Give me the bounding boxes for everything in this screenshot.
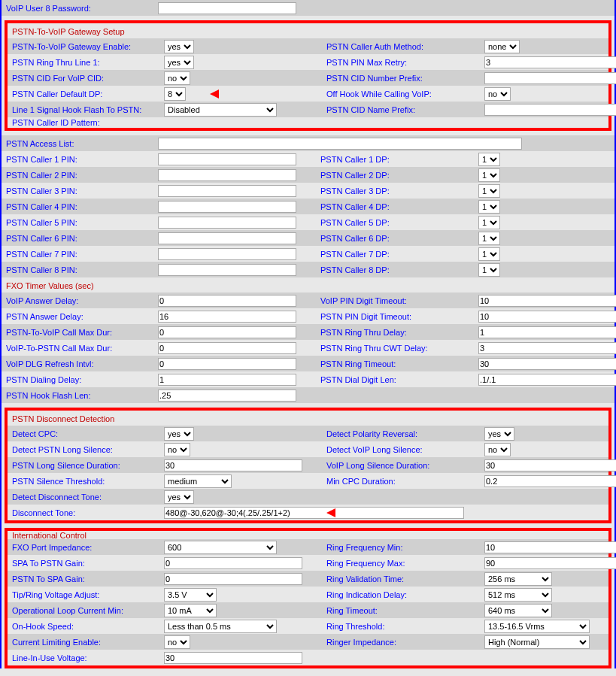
fxo-input[interactable] bbox=[158, 295, 296, 307]
detect-pstn-long-silence-select[interactable]: no bbox=[164, 443, 190, 456]
fxo-input[interactable] bbox=[478, 295, 616, 307]
disconnect-tone-input[interactable] bbox=[164, 507, 464, 519]
caller-pin-label: PSTN Caller 5 PIN: bbox=[2, 218, 158, 227]
cid-for-voip-label: PSTN CID For VoIP CID: bbox=[8, 74, 164, 83]
fxo-label: PSTN Ring Timeout: bbox=[316, 359, 478, 368]
pstn-to-spa-gain-label: PSTN To SPA Gain: bbox=[8, 574, 164, 584]
caller-dp-select[interactable]: 1 bbox=[478, 168, 500, 182]
detect-cpc-select[interactable]: yes bbox=[164, 427, 194, 441]
pstn-to-spa-gain-input[interactable] bbox=[164, 573, 302, 585]
min-cpc-dur-label: Min CPC Duration: bbox=[322, 477, 484, 486]
cid-number-prefix-input[interactable] bbox=[484, 72, 616, 84]
caller-auth-method-select[interactable]: none bbox=[484, 40, 520, 53]
voip-long-silence-dur-input[interactable] bbox=[484, 459, 616, 471]
fxo-input[interactable] bbox=[158, 358, 296, 370]
gateway-enable-select[interactable]: yes bbox=[164, 40, 194, 53]
fxo-input[interactable] bbox=[158, 326, 296, 338]
fxo-input[interactable] bbox=[478, 358, 616, 370]
fxo-input[interactable] bbox=[478, 374, 616, 386]
caller-id-pattern-label: PSTN Caller ID Pattern: bbox=[8, 118, 164, 127]
voip-user8-pw-input[interactable] bbox=[158, 2, 296, 14]
cid-for-voip-select[interactable]: no bbox=[164, 71, 190, 85]
caller-dp-select[interactable]: 1 bbox=[478, 200, 500, 214]
detect-voip-long-silence-select[interactable]: no bbox=[484, 443, 511, 456]
fxo-port-impedance-label: FXO Port Impedance: bbox=[8, 543, 164, 552]
detect-cpc-label: Detect CPC: bbox=[8, 429, 164, 438]
fxo-input[interactable] bbox=[478, 342, 616, 354]
cid-name-prefix-input[interactable] bbox=[484, 104, 616, 116]
caller-dp-select[interactable]: 1 bbox=[478, 247, 500, 261]
line1-signal-hook-flash-select[interactable]: Disabled bbox=[164, 103, 277, 117]
caller-dp-select[interactable]: 1 bbox=[478, 153, 500, 166]
pin-max-retry-label: PSTN PIN Max Retry: bbox=[322, 58, 484, 67]
fxo-port-impedance-select[interactable]: 600 bbox=[164, 541, 277, 554]
ringer-impedance-label: Ringer Impedance: bbox=[322, 638, 484, 647]
fxo-label: PSTN Dial Digit Len: bbox=[316, 375, 478, 384]
arrow-annotation-icon bbox=[208, 86, 240, 102]
caller-dp-label: PSTN Caller 3 DP: bbox=[316, 186, 478, 196]
fxo-input[interactable] bbox=[478, 311, 616, 323]
caller-dp-label: PSTN Caller 5 DP: bbox=[316, 218, 478, 227]
op-loop-current-min-select[interactable]: 10 mA bbox=[164, 604, 217, 617]
caller-dp-select[interactable]: 1 bbox=[478, 232, 500, 245]
caller-pin-input[interactable] bbox=[158, 217, 296, 229]
ringer-impedance-select[interactable]: High (Normal) bbox=[484, 635, 590, 649]
line-in-use-voltage-input[interactable] bbox=[164, 652, 302, 664]
hook-flash-len-input[interactable] bbox=[158, 390, 296, 402]
off-hook-while-calling-select[interactable]: no bbox=[484, 87, 511, 101]
fxo-input[interactable] bbox=[158, 342, 296, 354]
caller-pin-input[interactable] bbox=[158, 185, 296, 197]
caller-pin-label: PSTN Caller 1 PIN: bbox=[2, 155, 158, 164]
on-hook-speed-label: On-Hook Speed: bbox=[8, 622, 164, 631]
ring-freq-min-input[interactable] bbox=[484, 541, 616, 553]
on-hook-speed-select[interactable]: Less than 0.5 ms bbox=[164, 620, 277, 633]
ring-validation-time-select[interactable]: 256 ms bbox=[484, 572, 552, 586]
spa-to-pstn-gain-label: SPA To PSTN Gain: bbox=[8, 559, 164, 568]
detect-polarity-select[interactable]: yes bbox=[484, 427, 514, 441]
ring-thru-line1-select[interactable]: yes bbox=[164, 56, 194, 69]
pstn-to-voip-section-title: PSTN-To-VoIP Gateway Setup bbox=[8, 23, 608, 38]
caller-pin-input[interactable] bbox=[158, 264, 296, 276]
fxo-input[interactable] bbox=[158, 311, 296, 323]
hook-flash-len-label: PSTN Hook Flash Len: bbox=[2, 391, 158, 400]
detect-polarity-label: Detect Polarity Reversal: bbox=[322, 429, 484, 438]
fxo-label: PSTN PIN Digit Timeout: bbox=[316, 312, 478, 321]
ring-validation-time-label: Ring Validation Time: bbox=[322, 574, 484, 584]
caller-pin-input[interactable] bbox=[158, 201, 296, 213]
caller-dp-select[interactable]: 1 bbox=[478, 184, 500, 198]
caller-dp-label: PSTN Caller 2 DP: bbox=[316, 171, 478, 180]
spa-to-pstn-gain-input[interactable] bbox=[164, 557, 302, 569]
detect-disconnect-tone-select[interactable]: yes bbox=[164, 490, 194, 504]
tip-ring-voltage-select[interactable]: 3.5 V bbox=[164, 588, 217, 602]
fxo-input[interactable] bbox=[158, 374, 296, 386]
detect-disconnect-tone-label: Detect Disconnect Tone: bbox=[8, 493, 164, 502]
caller-dp-select[interactable]: 1 bbox=[478, 263, 500, 277]
caller-pin-input[interactable] bbox=[158, 153, 296, 165]
current-limiting-enable-select[interactable]: no bbox=[164, 635, 190, 649]
ring-timeout-select[interactable]: 640 ms bbox=[484, 604, 552, 617]
caller-pin-input[interactable] bbox=[158, 248, 296, 260]
cid-number-prefix-label: PSTN CID Number Prefix: bbox=[322, 74, 484, 83]
gateway-enable-label: PSTN-To-VoIP Gateway Enable: bbox=[8, 42, 164, 51]
caller-pin-input[interactable] bbox=[158, 169, 296, 181]
min-cpc-dur-input[interactable] bbox=[484, 475, 616, 487]
access-list-input[interactable] bbox=[158, 138, 522, 150]
pstn-long-silence-dur-input[interactable] bbox=[164, 459, 302, 471]
ring-threshold-label: Ring Threshold: bbox=[322, 622, 484, 631]
ring-threshold-select[interactable]: 13.5-16.5 Vrms bbox=[484, 620, 590, 633]
silence-threshold-select[interactable]: medium bbox=[164, 474, 232, 488]
caller-pin-input[interactable] bbox=[158, 232, 296, 244]
fxo-input[interactable] bbox=[478, 326, 616, 338]
line-in-use-voltage-label: Line-In-Use Voltage: bbox=[8, 653, 164, 662]
caller-dp-select[interactable]: 1 bbox=[478, 216, 500, 229]
caller-pin-label: PSTN Caller 8 PIN: bbox=[2, 265, 158, 274]
ring-freq-max-input[interactable] bbox=[484, 557, 616, 569]
caller-dp-label: PSTN Caller 6 DP: bbox=[316, 234, 478, 243]
caller-default-dp-select[interactable]: 8 bbox=[164, 87, 186, 101]
caller-auth-method-label: PSTN Caller Auth Method: bbox=[322, 42, 484, 51]
fxo-label: PSTN-To-VoIP Call Max Dur: bbox=[2, 328, 158, 337]
pin-max-retry-input[interactable] bbox=[484, 56, 616, 68]
access-list-label: PSTN Access List: bbox=[2, 139, 158, 148]
ring-indication-delay-select[interactable]: 512 ms bbox=[484, 588, 552, 602]
pstn-to-voip-section-box: PSTN-To-VoIP Gateway Setup PSTN-To-VoIP … bbox=[5, 20, 611, 131]
